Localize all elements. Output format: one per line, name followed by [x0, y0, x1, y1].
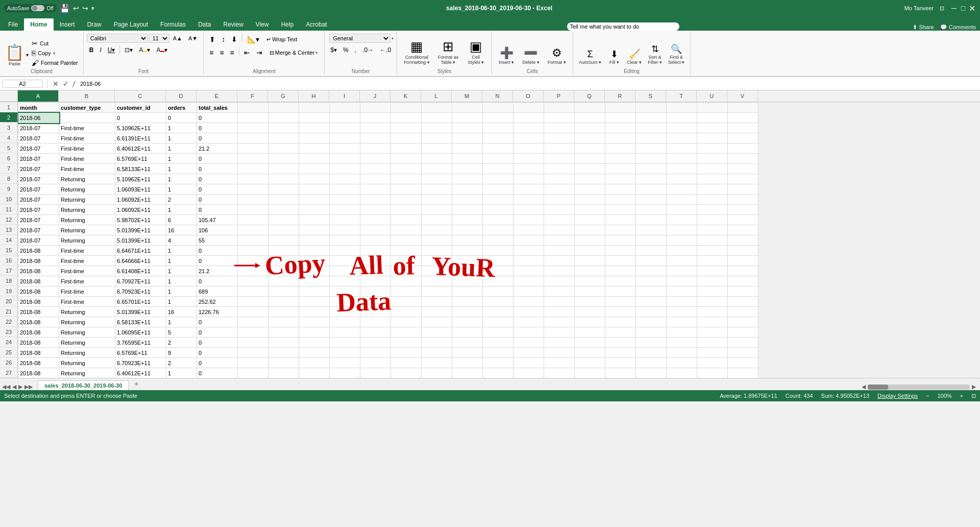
- cell[interactable]: Returning: [59, 348, 115, 358]
- cell[interactable]: [636, 368, 667, 378]
- save-icon[interactable]: 💾: [60, 4, 70, 13]
- cell[interactable]: 6.65701E+11: [115, 297, 166, 307]
- border-button[interactable]: ⊡▾: [122, 45, 135, 55]
- cell[interactable]: [605, 246, 636, 256]
- cell[interactable]: [513, 205, 544, 215]
- cell[interactable]: [636, 143, 667, 154]
- cell[interactable]: [268, 317, 299, 327]
- minimize-button[interactable]: ─: [950, 5, 958, 12]
- cell[interactable]: [667, 348, 697, 358]
- cell[interactable]: [575, 123, 605, 133]
- cell[interactable]: First-time: [59, 297, 115, 307]
- cell[interactable]: [728, 174, 758, 184]
- cell[interactable]: [330, 164, 360, 174]
- cell[interactable]: 0: [197, 368, 238, 378]
- cell[interactable]: 106: [197, 225, 238, 235]
- cell[interactable]: [544, 368, 575, 378]
- cell[interactable]: 6.64666E+11: [115, 256, 166, 266]
- cell[interactable]: [299, 164, 330, 174]
- cell[interactable]: [605, 133, 636, 143]
- cell[interactable]: [330, 256, 360, 266]
- cell[interactable]: 2018-08: [18, 327, 59, 338]
- row-number[interactable]: 16: [0, 255, 17, 266]
- cell[interactable]: [330, 103, 360, 113]
- cell[interactable]: 0: [197, 276, 238, 286]
- cell[interactable]: [575, 276, 605, 286]
- cell[interactable]: [452, 256, 483, 266]
- cell[interactable]: [360, 154, 391, 164]
- cell[interactable]: [667, 164, 697, 174]
- cell[interactable]: First-time: [59, 123, 115, 133]
- cell[interactable]: [299, 225, 330, 235]
- cell[interactable]: [391, 348, 422, 358]
- cell[interactable]: [268, 174, 299, 184]
- row-number[interactable]: 24: [0, 337, 17, 347]
- cell[interactable]: 1: [166, 184, 197, 195]
- cell[interactable]: First-time: [59, 154, 115, 164]
- cell[interactable]: [544, 174, 575, 184]
- cell[interactable]: 2018-07: [18, 235, 59, 246]
- cell[interactable]: [513, 184, 544, 195]
- cell[interactable]: [544, 215, 575, 225]
- cell[interactable]: [330, 266, 360, 276]
- cell[interactable]: [697, 307, 728, 317]
- cell[interactable]: Returning: [59, 317, 115, 327]
- cell[interactable]: [483, 368, 513, 378]
- cell[interactable]: [360, 348, 391, 358]
- cell[interactable]: [299, 113, 330, 123]
- cell[interactable]: [268, 184, 299, 195]
- cell[interactable]: [605, 174, 636, 184]
- cell[interactable]: 2: [166, 358, 197, 368]
- cell[interactable]: [697, 297, 728, 307]
- cell[interactable]: 0: [197, 256, 238, 266]
- insert-button[interactable]: ➕ Insert ▾: [495, 44, 518, 67]
- cell[interactable]: 21.2: [197, 143, 238, 154]
- cell[interactable]: 5.01399E+11: [115, 307, 166, 317]
- cell[interactable]: [483, 215, 513, 225]
- cell[interactable]: 55: [197, 235, 238, 246]
- name-box[interactable]: [2, 80, 43, 88]
- cell[interactable]: [268, 164, 299, 174]
- cell[interactable]: [575, 164, 605, 174]
- cell[interactable]: [513, 338, 544, 348]
- cell[interactable]: [575, 358, 605, 368]
- cell[interactable]: [605, 164, 636, 174]
- cell[interactable]: [299, 205, 330, 215]
- cell[interactable]: [728, 235, 758, 246]
- cell[interactable]: customer_type: [59, 103, 115, 113]
- cell[interactable]: [513, 215, 544, 225]
- cell[interactable]: 4: [166, 235, 197, 246]
- cell[interactable]: [268, 246, 299, 256]
- cell[interactable]: [605, 327, 636, 338]
- format-as-table-button[interactable]: ⊞ Format asTable ▾: [434, 36, 462, 67]
- cell[interactable]: [697, 246, 728, 256]
- fill-button[interactable]: ⬇ Fill ▾: [605, 46, 623, 67]
- cell[interactable]: 2018-08: [18, 286, 59, 297]
- cell[interactable]: [697, 317, 728, 327]
- cell[interactable]: 0: [197, 348, 238, 358]
- cell[interactable]: [299, 327, 330, 338]
- cell[interactable]: Returning: [59, 235, 115, 246]
- cell[interactable]: Returning: [59, 195, 115, 205]
- cell[interactable]: [391, 246, 422, 256]
- cell[interactable]: 0: [197, 113, 238, 123]
- cell[interactable]: [513, 297, 544, 307]
- col-header-c[interactable]: C: [115, 90, 166, 102]
- cell[interactable]: [238, 256, 268, 266]
- cell[interactable]: [422, 195, 452, 205]
- cell[interactable]: [391, 338, 422, 348]
- cell[interactable]: 5: [166, 327, 197, 338]
- cell[interactable]: [728, 348, 758, 358]
- cell[interactable]: [605, 368, 636, 378]
- cell[interactable]: [299, 297, 330, 307]
- cell[interactable]: customer_id: [115, 103, 166, 113]
- cell[interactable]: [452, 276, 483, 286]
- cell[interactable]: 6.70927E+11: [115, 276, 166, 286]
- maximize-button[interactable]: □: [960, 5, 967, 12]
- col-header-g[interactable]: G: [268, 90, 299, 102]
- cell[interactable]: 0: [197, 246, 238, 256]
- cell[interactable]: [268, 113, 299, 123]
- cell[interactable]: [299, 143, 330, 154]
- comma-btn[interactable]: ,: [352, 45, 359, 55]
- cell[interactable]: [391, 174, 422, 184]
